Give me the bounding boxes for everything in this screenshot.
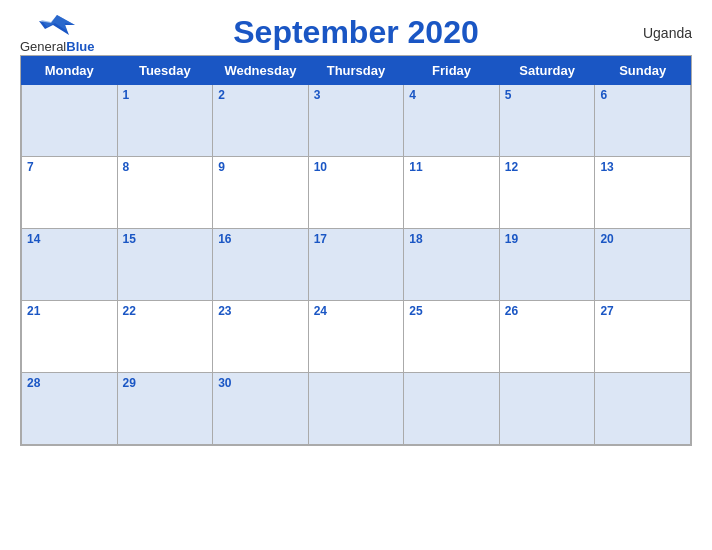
calendar-title: September 2020 <box>233 14 478 51</box>
date-number: 23 <box>218 304 303 318</box>
calendar-cell: 6 <box>595 85 691 157</box>
date-number: 15 <box>123 232 208 246</box>
calendar-cell: 14 <box>22 229 118 301</box>
calendar-cell: 28 <box>22 373 118 445</box>
date-number: 22 <box>123 304 208 318</box>
days-header-row: Monday Tuesday Wednesday Thursday Friday… <box>22 57 691 85</box>
calendar-cell: 15 <box>117 229 213 301</box>
date-number: 11 <box>409 160 494 174</box>
calendar-cell: 27 <box>595 301 691 373</box>
date-number: 26 <box>505 304 590 318</box>
calendar-cell: 19 <box>499 229 595 301</box>
date-number: 7 <box>27 160 112 174</box>
date-number: 18 <box>409 232 494 246</box>
calendar-cell: 23 <box>213 301 309 373</box>
calendar-cell: 11 <box>404 157 500 229</box>
logo-blue-text: Blue <box>66 39 94 54</box>
date-number: 25 <box>409 304 494 318</box>
calendar-cell: 5 <box>499 85 595 157</box>
calendar-cell: 20 <box>595 229 691 301</box>
calendar-cell <box>404 373 500 445</box>
calendar-cell: 2 <box>213 85 309 157</box>
header-wednesday: Wednesday <box>213 57 309 85</box>
calendar-cell: 10 <box>308 157 404 229</box>
date-number: 13 <box>600 160 685 174</box>
header-monday: Monday <box>22 57 118 85</box>
header-saturday: Saturday <box>499 57 595 85</box>
calendar-cell: 26 <box>499 301 595 373</box>
logo: General Blue <box>20 11 94 54</box>
header-friday: Friday <box>404 57 500 85</box>
date-number: 30 <box>218 376 303 390</box>
date-number: 4 <box>409 88 494 102</box>
date-number: 12 <box>505 160 590 174</box>
calendar-cell: 1 <box>117 85 213 157</box>
calendar-cell: 25 <box>404 301 500 373</box>
header-tuesday: Tuesday <box>117 57 213 85</box>
date-number: 29 <box>123 376 208 390</box>
country-label: Uganda <box>643 25 692 41</box>
calendar-cell: 4 <box>404 85 500 157</box>
calendar-cell: 9 <box>213 157 309 229</box>
week-row-1: 123456 <box>22 85 691 157</box>
svg-marker-1 <box>41 15 75 31</box>
header-thursday: Thursday <box>308 57 404 85</box>
date-number: 10 <box>314 160 399 174</box>
date-number: 3 <box>314 88 399 102</box>
calendar-cell: 17 <box>308 229 404 301</box>
date-number: 14 <box>27 232 112 246</box>
date-number: 20 <box>600 232 685 246</box>
date-number: 27 <box>600 304 685 318</box>
calendar-cell: 22 <box>117 301 213 373</box>
calendar-cell: 13 <box>595 157 691 229</box>
calendar-cell <box>22 85 118 157</box>
date-number: 21 <box>27 304 112 318</box>
date-number: 8 <box>123 160 208 174</box>
logo-icon <box>37 11 77 39</box>
calendar-cell: 18 <box>404 229 500 301</box>
calendar-header: General Blue September 2020 Uganda <box>20 14 692 51</box>
week-row-2: 78910111213 <box>22 157 691 229</box>
week-row-5: 282930 <box>22 373 691 445</box>
date-number: 5 <box>505 88 590 102</box>
date-number: 16 <box>218 232 303 246</box>
calendar-cell <box>499 373 595 445</box>
calendar-cell: 12 <box>499 157 595 229</box>
calendar-cell: 16 <box>213 229 309 301</box>
date-number: 9 <box>218 160 303 174</box>
date-number: 17 <box>314 232 399 246</box>
calendar-cell: 7 <box>22 157 118 229</box>
date-number: 28 <box>27 376 112 390</box>
calendar-cell <box>595 373 691 445</box>
calendar-cell <box>308 373 404 445</box>
logo-general-text: General <box>20 39 66 54</box>
calendar-cell: 30 <box>213 373 309 445</box>
header-sunday: Sunday <box>595 57 691 85</box>
calendar: Monday Tuesday Wednesday Thursday Friday… <box>20 55 692 446</box>
date-number: 19 <box>505 232 590 246</box>
calendar-cell: 24 <box>308 301 404 373</box>
week-row-4: 21222324252627 <box>22 301 691 373</box>
calendar-cell: 8 <box>117 157 213 229</box>
date-number: 24 <box>314 304 399 318</box>
calendar-cell: 29 <box>117 373 213 445</box>
date-number: 1 <box>123 88 208 102</box>
date-number: 6 <box>600 88 685 102</box>
calendar-cell: 21 <box>22 301 118 373</box>
calendar-cell: 3 <box>308 85 404 157</box>
date-number: 2 <box>218 88 303 102</box>
week-row-3: 14151617181920 <box>22 229 691 301</box>
